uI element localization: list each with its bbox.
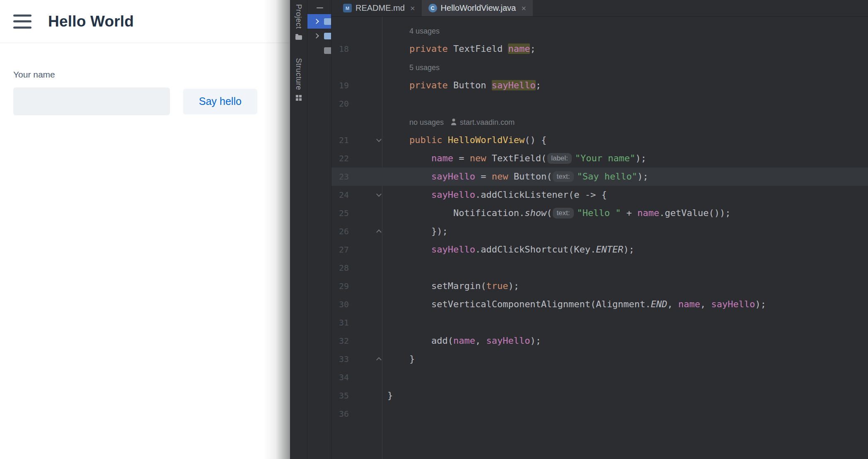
editor-row[interactable]: 23 sayHello = new Button(text:"Say hello…: [331, 168, 868, 186]
fold-up-icon[interactable]: [376, 357, 382, 362]
editor-row[interactable]: 22 name = new TextField(label:"Your name…: [331, 149, 868, 168]
tree-row[interactable]: [307, 43, 331, 58]
editor-row[interactable]: 28: [331, 259, 868, 277]
editor-row[interactable]: 27 sayHello.addClickShortcut(Key.ENTER);: [331, 240, 868, 259]
code-text: [382, 405, 387, 423]
fold-column: [349, 58, 382, 76]
name-input[interactable]: [13, 87, 170, 115]
tab-readme[interactable]: M README.md ×: [336, 0, 422, 16]
stripe-item-project[interactable]: Project: [294, 4, 303, 40]
fold-column: [349, 95, 382, 113]
tree-row[interactable]: [307, 29, 331, 43]
fold-column: [349, 368, 382, 386]
editor-row[interactable]: 5 usages: [331, 58, 868, 76]
editor-row[interactable]: 34: [331, 368, 868, 386]
fold-column: [349, 22, 382, 40]
folder-icon: [295, 35, 302, 40]
editor-row[interactable]: 32 add(name, sayHello);: [331, 332, 868, 350]
editor-row[interactable]: 33 }: [331, 350, 868, 368]
code-token: [387, 25, 409, 36]
code-token: }: [387, 354, 415, 364]
close-tab-icon[interactable]: ×: [410, 4, 415, 12]
code-token: [387, 44, 409, 54]
line-number: 33: [331, 350, 349, 368]
code-token: Button: [448, 80, 492, 90]
line-number: [331, 113, 349, 131]
code-token: text:: [553, 171, 573, 182]
hamburger-bar: [13, 27, 31, 29]
tool-window-stripe: Project Structure: [290, 0, 307, 459]
code-token: .addClickListener(e -> {: [475, 189, 607, 200]
fold-column: [349, 405, 382, 423]
code-token: END: [651, 299, 667, 309]
code-token: [442, 135, 447, 145]
code-token: );: [636, 153, 647, 163]
code-text: add(name, sayHello);: [382, 332, 541, 350]
code-token: [387, 117, 409, 127]
say-hello-button[interactable]: Say hello: [183, 89, 257, 114]
editor-row[interactable]: 25 Notification.show(text:"Hello " + nam…: [331, 204, 868, 222]
editor-row[interactable]: 31: [331, 313, 868, 332]
editor-row[interactable]: 29 setMargin(true);: [331, 277, 868, 295]
fold-column: [349, 313, 382, 332]
editor-row[interactable]: 18 private TextField name;: [331, 40, 868, 58]
fold-column[interactable]: [349, 350, 382, 368]
code-token: private: [409, 44, 448, 54]
editor-row[interactable]: 30 setVerticalComponentAlignment(Alignme…: [331, 295, 868, 313]
code-editor[interactable]: 4 usages18 private TextField name; 5 usa…: [331, 17, 868, 459]
editor-row[interactable]: 20: [331, 95, 868, 113]
line-number: 26: [331, 222, 349, 240]
tab-helloworldview[interactable]: C HelloWorldView.java ×: [422, 0, 533, 16]
fold-column[interactable]: [349, 131, 382, 149]
code-text: [382, 95, 387, 113]
editor-row[interactable]: no usagesstart.vaadin.com: [331, 113, 868, 131]
line-number: 21: [331, 131, 349, 149]
app-main: Your name Say hello: [0, 43, 290, 115]
editor-row[interactable]: 4 usages: [331, 22, 868, 40]
code-token: sayHello: [431, 171, 475, 182]
fold-column[interactable]: [349, 222, 382, 240]
code-token: );: [508, 281, 519, 291]
editor-row[interactable]: 19 private Button sayHello;: [331, 76, 868, 95]
editor-row[interactable]: 35}: [331, 386, 868, 405]
code-token: );: [624, 244, 635, 255]
structure-stripe-label: Structure: [294, 58, 303, 90]
fold-up-icon[interactable]: [376, 229, 382, 235]
code-token: (: [546, 208, 552, 218]
file-icon: [324, 47, 331, 54]
code-text: sayHello.addClickShortcut(Key.ENTER);: [382, 240, 634, 259]
minimize-panel-icon[interactable]: [317, 7, 323, 8]
folder-icon: [324, 18, 331, 25]
code-token: [387, 80, 409, 90]
editor-row[interactable]: 36: [331, 405, 868, 423]
editor-row[interactable]: 24 sayHello.addClickListener(e -> {: [331, 186, 868, 204]
hamburger-menu-button[interactable]: [13, 15, 31, 29]
ide-window: Project Structure: [290, 0, 868, 459]
close-tab-icon[interactable]: ×: [521, 4, 526, 12]
tab-label: HelloWorldView.java: [441, 3, 516, 13]
fold-down-icon[interactable]: [376, 192, 382, 197]
editor-row[interactable]: 21 public HelloWorldView() {: [331, 131, 868, 149]
editor-row[interactable]: 26 });: [331, 222, 868, 240]
line-number: 25: [331, 204, 349, 222]
fold-column: [349, 113, 382, 131]
code-token: TextField(: [486, 153, 546, 163]
code-token: =: [475, 171, 492, 182]
code-token: [387, 189, 431, 200]
fold-down-icon[interactable]: [376, 137, 382, 142]
code-token: +: [621, 208, 637, 218]
code-token: ;: [530, 44, 535, 54]
line-number: 27: [331, 240, 349, 259]
chevron-right-icon[interactable]: [314, 33, 319, 39]
line-number: 24: [331, 186, 349, 204]
chevron-right-icon[interactable]: [314, 19, 319, 24]
code-token: name: [431, 153, 453, 163]
code-text: sayHello.addClickListener(e -> {: [382, 186, 607, 204]
fold-column: [349, 259, 382, 277]
code-text: }: [382, 350, 415, 368]
stripe-item-structure[interactable]: Structure: [294, 58, 303, 101]
code-token: () {: [525, 135, 546, 145]
hamburger-bar: [13, 20, 31, 22]
tree-row-selected[interactable]: [307, 14, 331, 29]
fold-column[interactable]: [349, 186, 382, 204]
